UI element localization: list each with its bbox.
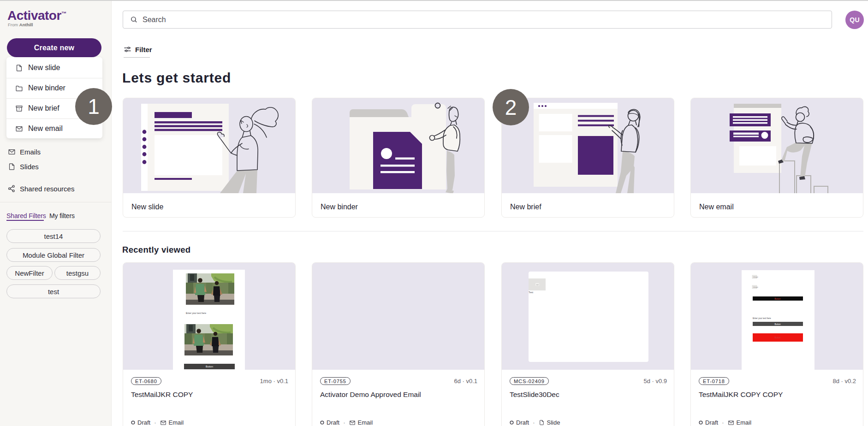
svg-text:image: image <box>753 276 759 278</box>
svg-text:Button: Button <box>774 323 781 325</box>
svg-text:Enter your text here: Enter your text here <box>753 317 771 320</box>
svg-text:image: image <box>753 286 759 288</box>
svg-text:Button: Button <box>774 337 781 339</box>
svg-text:Button: Button <box>774 298 781 300</box>
svg-text:Test: Test <box>529 291 534 294</box>
svg-text:Enter your text here: Enter your text here <box>186 312 206 314</box>
svg-text:Button: Button <box>206 365 213 368</box>
